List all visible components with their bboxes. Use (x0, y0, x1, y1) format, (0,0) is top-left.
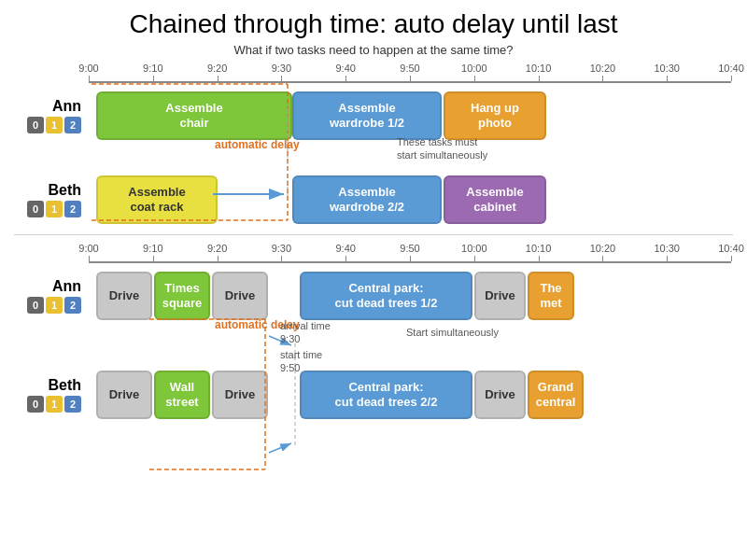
section-1: Ann 0 1 2 Assemble chairAssemble wardrob… (5, 87, 742, 229)
ann-badge-1: 1 (46, 117, 63, 133)
beth-info-2: Beth 0 1 2 (5, 377, 87, 413)
task-block: Assemble wardrobe 1/2 (292, 91, 442, 140)
beth-badge-1: 1 (46, 201, 63, 217)
beth-info: Beth 0 1 2 (5, 182, 87, 217)
task-block: Assemble coat rack (96, 175, 218, 224)
ann-badge-2: 2 (64, 117, 81, 133)
task-block: Drive (474, 272, 526, 320)
task-block: Central park: cut dead trees 2/2 (300, 371, 472, 419)
timeline-ruler-2: 9:009:109:209:309:409:5010:0010:1010:201… (89, 241, 731, 263)
subtitle: What if two tasks need to happen at the … (5, 43, 742, 57)
beth-row-1: Beth 0 1 2 Assemble coat rackAssemble wa… (5, 171, 742, 229)
simultaneous-note-1: These tasks must start simultaneously (397, 135, 487, 162)
task-block: Grand central (528, 371, 584, 419)
task-block: Drive (474, 371, 526, 419)
beth-label: Beth (48, 182, 81, 199)
auto-delay-annotation-1: automatic delay (215, 135, 300, 152)
ann-tasks-2: DriveTimes squareDriveCentral park: cut … (87, 270, 742, 322)
task-block: Wall street (154, 371, 210, 419)
task-block: Assemble chair (96, 91, 292, 140)
task-block: Drive (212, 371, 268, 419)
task-block: Central park: cut dead trees 1/2 (300, 272, 472, 320)
ann-row-2: Ann 0 1 2 DriveTimes squareDriveCentral … (5, 267, 742, 325)
beth-tasks-1: Assemble coat rackAssemble wardrobe 2/2A… (87, 174, 742, 226)
task-block: Drive (96, 272, 152, 320)
task-block: Hang up photo (444, 91, 546, 140)
ann-label-2: Ann (52, 278, 81, 295)
beth-badge-2: 2 (64, 201, 81, 217)
beth-tasks-2: DriveWall streetDriveCentral park: cut d… (87, 369, 742, 421)
svg-line-12 (269, 443, 291, 453)
ann-label: Ann (52, 98, 81, 115)
timeline-ruler-1: 9:009:109:209:309:409:5010:0010:1010:201… (89, 61, 731, 83)
task-block: Assemble cabinet (444, 175, 546, 224)
task-block: The met (528, 272, 574, 320)
ann-info-2: Ann 0 1 2 (5, 278, 87, 314)
ann-info: Ann 0 1 2 (5, 98, 87, 133)
ann-tasks-1: Assemble chairAssemble wardrobe 1/2Hang … (87, 90, 742, 142)
beth-label-2: Beth (48, 377, 81, 394)
task-block: Times square (154, 272, 210, 320)
page-title: Chained through time: auto delay until l… (5, 0, 742, 43)
task-block: Assemble wardrobe 2/2 (292, 175, 442, 224)
ann-badge-0: 0 (27, 117, 44, 133)
arrival-note: arrival time 9:30 start time 9:50 (280, 319, 331, 374)
beth-row-2: Beth 0 1 2 DriveWall streetDriveCentral … (5, 366, 742, 424)
task-block: Drive (212, 272, 268, 320)
simultaneous-note-2: Start simultaneously (406, 327, 499, 338)
section-2: Ann 0 1 2 DriveTimes squareDriveCentral … (5, 267, 742, 424)
ann-row-1: Ann 0 1 2 Assemble chairAssemble wardrob… (5, 87, 742, 145)
beth-badge-0: 0 (27, 201, 44, 217)
task-block: Drive (96, 371, 152, 419)
